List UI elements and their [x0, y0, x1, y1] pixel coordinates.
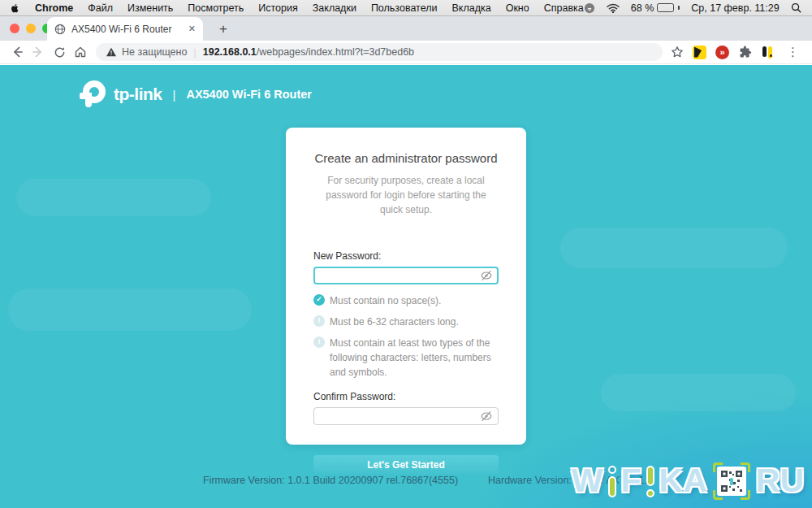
menu-item-chrome[interactable]: Chrome — [35, 2, 73, 14]
card-subtitle: For security purposes, create a local pa… — [313, 173, 499, 217]
battery-indicator[interactable]: 68 % — [631, 2, 680, 14]
address-bar[interactable]: Не защищено | 192.168.0.1 /webpages/inde… — [96, 43, 663, 61]
cloud-shape — [601, 374, 796, 411]
browser-menu-kebab-icon[interactable]: ⋮ — [784, 45, 802, 59]
menu-item-edit[interactable]: Изменить — [127, 2, 173, 14]
home-button[interactable] — [70, 41, 91, 63]
brand-divider: | — [173, 88, 176, 102]
card-title: Create an administrator password — [313, 151, 499, 165]
cloud-shape — [16, 179, 211, 216]
watermark-letter: W — [572, 462, 603, 500]
close-window-button[interactable] — [10, 24, 19, 33]
rule-length: ! Must be 6-32 characters long. — [313, 315, 499, 329]
browser-toolbar: Не защищено | 192.168.0.1 /webpages/inde… — [0, 41, 812, 64]
menu-item-help[interactable]: Справка — [544, 2, 584, 14]
rule-text: Must contain no space(s). — [330, 293, 441, 308]
rule-pending-icon: ! — [313, 336, 325, 348]
wifi-icon[interactable] — [607, 3, 620, 13]
router-model-title: AX5400 Wi-Fi 6 Router — [186, 88, 312, 101]
tab-close-icon[interactable]: ✕ — [188, 24, 196, 34]
password-visibility-eye-icon[interactable] — [480, 411, 493, 422]
bookmark-star-icon[interactable] — [671, 46, 684, 59]
browser-tab[interactable]: AX5400 Wi-Fi 6 Router ✕ — [47, 17, 203, 41]
battery-percent: 68 % — [631, 2, 654, 14]
tp-link-logo-icon — [80, 80, 106, 109]
new-password-input[interactable] — [313, 267, 499, 284]
wifika-watermark: W F KA RU — [572, 462, 804, 500]
cloud-shape — [8, 289, 252, 331]
confirm-password-label: Confirm Password: — [313, 391, 499, 402]
spotlight-search-icon[interactable] — [791, 2, 801, 13]
lets-get-started-button[interactable]: Let's Get Started — [313, 455, 499, 474]
tab-strip: AX5400 Wi-Fi 6 Router ✕ + — [0, 16, 812, 41]
tab-favicon-globe-icon — [54, 24, 66, 35]
security-label[interactable]: Не защищено — [122, 46, 187, 58]
menu-item-window[interactable]: Окно — [506, 2, 529, 14]
password-visibility-eye-icon[interactable] — [480, 271, 493, 281]
rule-text: Must contain at least two types of the f… — [330, 336, 499, 380]
screen: Chrome Файл Изменить Посмотреть История … — [0, 0, 812, 508]
menu-item-bookmarks[interactable]: Закладки — [313, 2, 356, 14]
watermark-exclamation-glyph — [646, 464, 655, 498]
menubar-app-circle-icon[interactable] — [584, 2, 595, 14]
tp-link-header: tp-link | AX5400 Wi-Fi 6 Router — [80, 80, 312, 109]
rule-check-icon: ✓ — [313, 294, 325, 306]
minimize-window-button[interactable] — [26, 24, 36, 33]
not-secure-warning-icon[interactable] — [106, 47, 117, 57]
cloud-shape — [560, 228, 788, 268]
watermark-letter: KA — [659, 462, 707, 500]
macos-menu-bar: Chrome Файл Изменить Посмотреть История … — [0, 0, 812, 16]
confirm-password-input[interactable] — [313, 407, 499, 425]
menu-item-history[interactable]: История — [258, 2, 297, 14]
rule-text: Must be 6-32 characters long. — [330, 315, 459, 329]
tab-title: AX5400 Wi-Fi 6 Router — [71, 24, 183, 35]
watermark-qr-code — [713, 462, 750, 500]
menu-item-file[interactable]: Файл — [88, 2, 113, 14]
watermark-i-glyph — [607, 464, 617, 498]
menu-item-view[interactable]: Посмотреть — [188, 2, 244, 14]
password-setup-card: Create an administrator password For sec… — [286, 128, 526, 445]
extension-yellow-black-icon[interactable] — [761, 46, 775, 59]
extension-yellow-icon[interactable] — [693, 46, 706, 59]
new-password-label: New Password: — [313, 250, 499, 262]
back-button[interactable] — [6, 41, 28, 63]
password-rules-list: ✓ Must contain no space(s). ! Must be 6-… — [313, 293, 499, 380]
new-tab-button[interactable]: + — [213, 19, 234, 40]
reload-button[interactable] — [49, 41, 70, 63]
firmware-version: Firmware Version: 1.0.1 Build 20200907 r… — [203, 475, 458, 486]
watermark-letter: RU — [756, 462, 804, 500]
menu-item-tab[interactable]: Вкладка — [451, 2, 490, 14]
battery-icon — [657, 3, 674, 12]
menu-item-users[interactable]: Пользователи — [371, 2, 438, 14]
extension-fast-forward-icon[interactable]: » — [715, 46, 729, 59]
url-host: 192.168.0.1 — [203, 46, 257, 58]
menubar-datetime[interactable]: Ср, 17 февр. 11:29 — [691, 2, 779, 14]
extensions-puzzle-icon[interactable] — [738, 46, 752, 59]
apple-icon[interactable] — [10, 2, 20, 14]
watermark-letter: F — [621, 462, 641, 500]
brand-name: tp-link — [114, 85, 162, 104]
window-controls — [10, 24, 52, 33]
rule-no-spaces: ✓ Must contain no space(s). — [313, 293, 499, 308]
url-path: /webpages/index.html?t=3d7bed6b — [257, 46, 414, 58]
rule-char-types: ! Must contain at least two types of the… — [313, 336, 499, 380]
forward-button[interactable] — [28, 41, 49, 63]
router-setup-page: tp-link | AX5400 Wi-Fi 6 Router Create a… — [0, 65, 812, 508]
rule-pending-icon: ! — [313, 315, 325, 327]
